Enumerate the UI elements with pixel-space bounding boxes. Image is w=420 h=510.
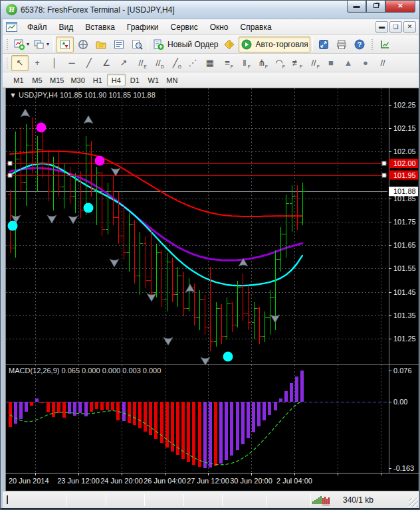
time-tick-label: 27 Jun 12:00 [187,477,229,485]
chart-axes-icon [379,39,391,50]
chevron-down-icon[interactable]: ▾ [27,41,29,47]
new-order-icon [152,39,164,50]
menu-bar: ФайлВидВставкаГрафикиСервисОкноСправка ▬… [3,19,419,35]
toolbar-grip[interactable] [370,38,375,51]
equidistant-channel-tool[interactable]: //E [132,55,150,71]
timeframe-mn[interactable]: MN [163,74,181,86]
horizontal-line-icon: ─ [68,58,74,67]
gann-fan-icon: ⋰ [189,58,197,67]
chart-canvas[interactable]: 102.25102.15102.05101.95101.85101.75101.… [5,88,419,491]
menu-сервис[interactable]: Сервис [165,21,204,34]
terminal-button[interactable] [110,37,128,52]
timeframe-h4[interactable]: H4 [107,74,126,86]
mdi-minimize-button[interactable]: ▬ [375,21,388,33]
tool-letter: F [317,64,320,69]
triangle-tool[interactable]: ▲ [340,55,357,71]
cursor-tool[interactable]: ↖ [11,55,29,71]
mdi-restore-button[interactable]: ❏ [389,21,402,33]
parallel-lines-tool[interactable]: // [374,55,391,71]
chart-window-icon[interactable] [6,22,17,32]
data-window-button[interactable] [74,37,92,52]
vertical-line-tool[interactable]: │ [46,55,63,71]
data-window-icon [77,39,89,50]
fullscreen-button[interactable] [315,37,333,52]
fibo-retracement-tool[interactable]: ≡F [219,55,236,71]
fibo-timezones-tool[interactable]: ‖F [236,55,253,71]
new-order-button[interactable]: Новый Ордер [150,37,220,52]
menu-графики[interactable]: Графики [121,21,165,34]
svg-text:101.88: 101.88 [393,187,416,195]
crosshair-tool[interactable]: + [29,55,46,71]
cyan-dot-marker [84,203,94,213]
fibo-arcs-tool[interactable]: ◠F [270,55,288,71]
timeframe-m1[interactable]: M1 [9,74,28,86]
autotrading-button[interactable]: Авто-торговля [239,37,310,52]
timeframe-d1[interactable]: D1 [126,74,144,86]
time-tick-label: 24 Jun 20:00 [100,477,143,485]
toolbar-separator [148,38,148,51]
metaeditor-button[interactable] [221,37,239,52]
market-watch-button[interactable] [56,37,74,52]
line-handle[interactable] [382,173,386,177]
gann-line-tool[interactable]: ╱G [167,55,184,71]
strategy-tester-button[interactable] [128,37,146,52]
timeframe-toolbar: M1M5M15M30H1H4D1W1MN [3,72,419,88]
new-chart-button[interactable]: ▾ [11,37,31,52]
stddev-channel-tool[interactable]: //D [150,55,167,71]
fibo-expansion-tool[interactable]: ≢F [288,55,305,71]
title-bar[interactable]: H 65378: FreshForex Terminal - [USDJPY,H… [1,1,420,19]
gann-grid-tool[interactable]: ▦ [201,55,219,71]
magenta-dot-marker [95,156,105,166]
price-tick-label: 101.45 [393,288,416,296]
rectangle-icon: ■ [328,58,334,67]
tool-letter: D [161,64,164,69]
print-button[interactable] [333,37,351,52]
strategy-tester-icon [131,39,143,50]
symbol-ohlc-label[interactable]: ▼ USDJPY,H4 101.85 101.90 101.85 101.88 [9,91,156,99]
profiles-button[interactable]: ▾ [31,37,51,52]
timeframe-h1[interactable]: H1 [88,74,107,86]
close-button[interactable]: ✕ [385,1,415,13]
timeframe-m5[interactable]: M5 [28,74,47,86]
autotrading-icon [241,39,253,50]
timeframe-m15[interactable]: M15 [47,74,67,86]
cyan-dot-marker [8,221,18,231]
chevron-down-icon[interactable]: ▾ [47,41,49,47]
menu-вставка[interactable]: Вставка [79,21,121,34]
menu-справка[interactable]: Справка [235,21,278,34]
tool-letter: F [231,64,233,69]
navigator-button[interactable] [92,37,110,52]
gann-fan-tool[interactable]: ⋰ [184,55,201,71]
horizontal-line-tool[interactable]: ─ [63,55,80,71]
menu-вид[interactable]: Вид [53,21,80,34]
timeframe-w1[interactable]: W1 [144,74,163,86]
metaeditor-icon [223,39,235,50]
ellipse-tool[interactable]: ● [357,55,374,71]
help-button[interactable]: ? [351,37,369,52]
line-handle[interactable] [8,173,12,177]
trendline-tool[interactable]: ╱ [80,55,98,71]
toolbar-grip[interactable] [5,38,10,51]
menu-окно[interactable]: Окно [204,21,235,34]
rectangle-tool[interactable]: ■ [322,55,340,71]
regression-channel-tool[interactable]: ↗ [115,55,132,71]
chart-axes-button[interactable] [376,37,394,52]
menu-файл[interactable]: Файл [21,21,53,34]
mdi-close-button[interactable]: ✕ [403,21,416,33]
fibo-channel-tool[interactable]: //F [305,55,322,71]
new-chart-icon [13,39,25,50]
trend-by-angle-tool[interactable]: ∠ [98,55,115,71]
toolbar-grip[interactable] [5,56,10,70]
time-tick-label: 2 Jul 04:00 [276,477,312,485]
cursor-icon: ↖ [17,58,24,67]
line-handle[interactable] [8,161,12,165]
line-handle[interactable] [382,161,386,165]
maximize-button[interactable] [366,1,385,13]
traffic-bars-icon [312,495,330,505]
resize-grip[interactable] [409,498,418,507]
fibo-fan-tool[interactable]: ⋔F [253,55,270,71]
timeframe-m30[interactable]: M30 [67,74,88,86]
chart-area[interactable]: 102.25102.15102.05101.95101.85101.75101.… [3,88,419,491]
minimize-button[interactable]: ▬ [347,1,366,13]
fibo-channel-icon: // [311,58,316,67]
